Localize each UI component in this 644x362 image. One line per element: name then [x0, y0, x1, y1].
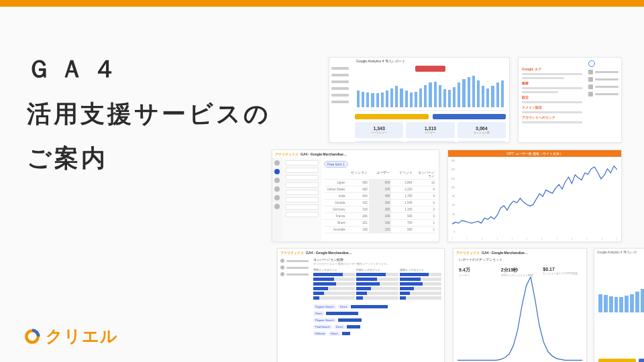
screenshot-dashboard-bars: Google Analytics 4 導入レポート 1,343ページビュー1,3…: [329, 57, 510, 143]
s6-section: レポートのスナップショット: [453, 256, 586, 263]
s1-title: Google Analytics 4 導入レポート: [356, 59, 405, 63]
s5-title: コンバージョン経路: [313, 257, 441, 261]
brand-logo: クリエル: [23, 325, 118, 347]
brand-name: クリエル: [46, 325, 118, 347]
s1-bar-chart: [355, 74, 506, 111]
screenshot-settings: Google タグ 概要 設定 ドメイン設定 アカウントへのリンク: [518, 57, 622, 143]
screenshot-conversion-paths: アナリティクスGA4 - Google Merchandise… コンバージョン…: [277, 248, 445, 362]
s2-heading: Google タグ: [522, 67, 582, 71]
screenshot-engagement: アナリティクスGA4 - Google Merchandise… レポートのスナ…: [453, 248, 587, 362]
accent-bar: [0, 0, 644, 7]
avatar-icon: [588, 60, 595, 67]
s7-title: Google Analytics 4 導入レポ: [597, 251, 637, 254]
screenshot-line-chart: GIFT ユーザー数 週報（サイト全体） 1601401201008060402…: [447, 149, 622, 242]
screenshot-table: アナリティクスGA4 - Google Merchandise… Free fo…: [272, 149, 439, 242]
s1-pill: [415, 66, 445, 72]
screenshot-snapshot: Google Analytics 4 導入レポ 70ユーザー: [594, 248, 644, 362]
brand-mark-icon: [23, 328, 41, 345]
screenshot-collage: Google Analytics 4 導入レポート 1,343ページビュー1,3…: [272, 57, 644, 362]
s4-header: GIFT ユーザー数 週報（サイト全体）: [448, 150, 621, 157]
s3-pill: Free form 1: [324, 161, 348, 168]
